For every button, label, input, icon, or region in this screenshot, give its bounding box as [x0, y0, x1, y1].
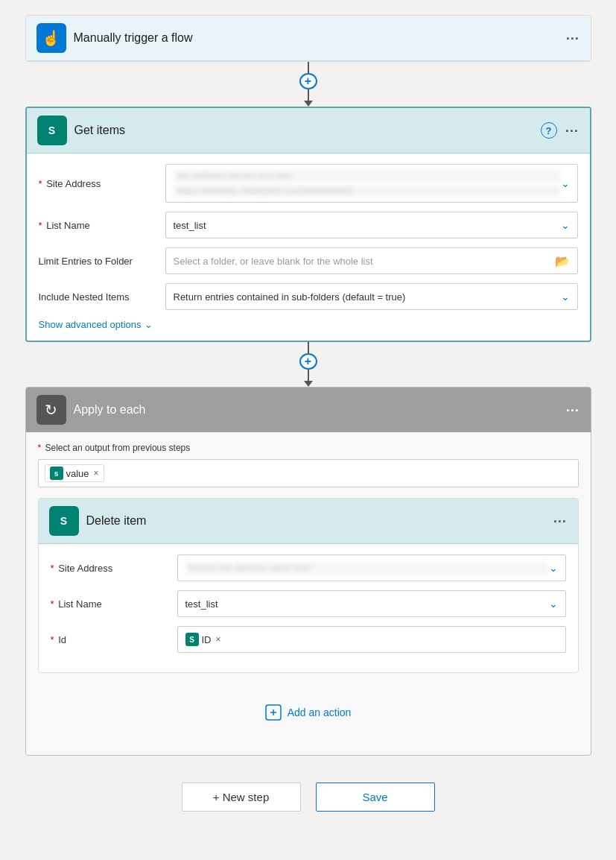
- get-items-body: * Site Address site address blurred text…: [27, 154, 590, 341]
- add-step-button-2[interactable]: +: [299, 353, 317, 370]
- include-nested-input[interactable]: Return entries contained in sub-folders …: [165, 283, 578, 310]
- output-chips-container[interactable]: s value ×: [38, 459, 579, 487]
- delete-item-body: * Site Address blurred site address valu…: [39, 544, 578, 672]
- add-step-button-1[interactable]: +: [299, 73, 317, 89]
- list-name-value: test_list: [174, 220, 206, 231]
- trigger-more-options[interactable]: ⋯: [565, 30, 580, 46]
- select-output-required: *: [38, 443, 42, 453]
- folder-icon[interactable]: 📂: [555, 254, 570, 268]
- apply-to-each-card: ↻ Apply to each ⋯ * Select an output fro…: [25, 387, 591, 756]
- list-name-required: *: [39, 220, 42, 231]
- trigger-icon-box: ☝: [36, 23, 66, 53]
- loop-icon: ↻: [45, 401, 57, 419]
- get-items-header: S Get items ? ⋯: [27, 108, 590, 154]
- add-action-label: Add an action: [288, 706, 352, 718]
- delete-item-sharepoint-icon: S: [60, 515, 67, 527]
- site-address-row: * Site Address site address blurred text…: [39, 164, 578, 203]
- limit-entries-input[interactable]: Select a folder, or leave blank for the …: [165, 247, 578, 274]
- id-chip-icon: S: [185, 633, 199, 646]
- apply-to-each-body: * Select an output from previous steps s…: [26, 432, 591, 755]
- apply-to-each-title: Apply to each: [74, 403, 558, 417]
- delete-list-name-chevron[interactable]: ⌄: [549, 598, 558, 610]
- site-address-chevron[interactable]: ⌄: [561, 177, 570, 189]
- limit-entries-label: Limit Entries to Folder: [39, 256, 158, 267]
- delete-item-header-actions: ⋯: [553, 513, 568, 529]
- trigger-card: ☝ Manually trigger a flow ⋯: [25, 15, 591, 62]
- delete-list-name-value: test_list: [185, 598, 218, 610]
- apply-icon-box: ↻: [36, 395, 66, 425]
- delete-list-name-row: * List Name test_list ⌄: [51, 590, 566, 617]
- delete-site-required: *: [51, 563, 54, 574]
- flow-container: ☝ Manually trigger a flow ⋯ + S Get item…: [3, 15, 614, 823]
- delete-item-icon-box: S: [49, 506, 79, 536]
- bottom-bar: + New step Save: [182, 771, 435, 823]
- id-chip-close[interactable]: ×: [216, 634, 221, 645]
- chip-icon-letter: s: [54, 469, 59, 478]
- connector-2: +: [299, 342, 317, 387]
- touch-icon: ☝: [42, 29, 60, 47]
- limit-entries-row: Limit Entries to Folder Select a folder,…: [39, 247, 578, 274]
- sharepoint-icon: S: [48, 124, 55, 136]
- delete-site-address-blurred: blurred site address value here: [185, 562, 549, 574]
- chip-label: value: [66, 468, 89, 479]
- trigger-header-actions: ⋯: [565, 30, 580, 46]
- get-items-more-options[interactable]: ⋯: [565, 122, 580, 139]
- include-nested-row: Include Nested Items Return entries cont…: [39, 283, 578, 310]
- include-nested-label: Include Nested Items: [39, 291, 158, 303]
- apply-more-options[interactable]: ⋯: [565, 402, 580, 418]
- select-output-label: * Select an output from previous steps: [38, 443, 579, 453]
- delete-id-label: * Id: [51, 634, 170, 645]
- delete-list-name-label: * List Name: [51, 598, 170, 610]
- delete-site-address-row: * Site Address blurred site address valu…: [51, 554, 566, 581]
- show-advanced-chevron: ⌄: [145, 319, 153, 330]
- delete-list-name-input[interactable]: test_list ⌄: [177, 590, 566, 617]
- id-chip: S ID ×: [185, 633, 221, 646]
- add-action-button[interactable]: Add an action: [38, 695, 579, 730]
- get-items-title: Get items: [74, 124, 533, 137]
- delete-item-header: S Delete item ⋯: [39, 499, 578, 544]
- delete-site-address-chevron[interactable]: ⌄: [549, 562, 558, 574]
- connector-line-bottom-2: [308, 370, 309, 381]
- connector-line-top-2: [308, 342, 309, 353]
- get-items-help-button[interactable]: ?: [541, 122, 557, 139]
- delete-id-input[interactable]: S ID ×: [177, 626, 566, 653]
- site-address-blurred-line2: https://example.sharepoint.com/sites/blu…: [174, 185, 561, 197]
- list-name-input[interactable]: test_list ⌄: [165, 212, 578, 238]
- site-address-blurred-line1: site address blurred text here: [174, 170, 561, 182]
- include-nested-value: Return entries contained in sub-folders …: [174, 291, 406, 303]
- delete-item-card: S Delete item ⋯ * Site Address: [38, 498, 579, 673]
- chip-close-button[interactable]: ×: [94, 468, 99, 478]
- site-address-input[interactable]: site address blurred text here https://e…: [165, 164, 578, 203]
- id-chip-label: ID: [202, 634, 212, 645]
- save-button[interactable]: Save: [316, 782, 435, 812]
- connector-arrow-1: [304, 101, 313, 107]
- get-items-card: S Get items ? ⋯ * Site Address site addr…: [25, 107, 591, 342]
- delete-id-row: * Id S ID ×: [51, 626, 566, 653]
- value-chip: s value ×: [45, 464, 104, 482]
- site-address-required: *: [39, 178, 42, 189]
- show-advanced-label: Show advanced options: [39, 319, 142, 330]
- delete-site-address-label: * Site Address: [51, 563, 170, 574]
- delete-list-required: *: [51, 598, 54, 610]
- show-advanced-button[interactable]: Show advanced options ⌄: [39, 319, 578, 330]
- connector-line-bottom-1: [308, 89, 309, 101]
- get-items-icon-box: S: [37, 116, 67, 145]
- trigger-card-header: ☝ Manually trigger a flow ⋯: [26, 16, 591, 61]
- site-address-label: * Site Address: [39, 178, 158, 189]
- apply-to-each-header: ↻ Apply to each ⋯: [26, 388, 591, 432]
- chip-sharepoint-icon: s: [50, 467, 63, 480]
- list-name-label: * List Name: [39, 220, 158, 231]
- get-items-header-actions: ? ⋯: [541, 122, 580, 139]
- include-nested-chevron[interactable]: ⌄: [561, 291, 570, 303]
- new-step-button[interactable]: + New step: [182, 782, 301, 812]
- list-name-chevron[interactable]: ⌄: [561, 219, 570, 231]
- trigger-title: Manually trigger a flow: [74, 31, 558, 45]
- connector-arrow-2: [304, 381, 313, 387]
- delete-item-more-options[interactable]: ⋯: [553, 513, 568, 529]
- connector-line-top-1: [308, 62, 309, 73]
- list-name-row: * List Name test_list ⌄: [39, 212, 578, 238]
- delete-site-address-input[interactable]: blurred site address value here ⌄: [177, 554, 566, 581]
- limit-entries-placeholder: Select a folder, or leave blank for the …: [174, 256, 373, 267]
- delete-id-required: *: [51, 634, 54, 645]
- connector-1: +: [299, 62, 317, 107]
